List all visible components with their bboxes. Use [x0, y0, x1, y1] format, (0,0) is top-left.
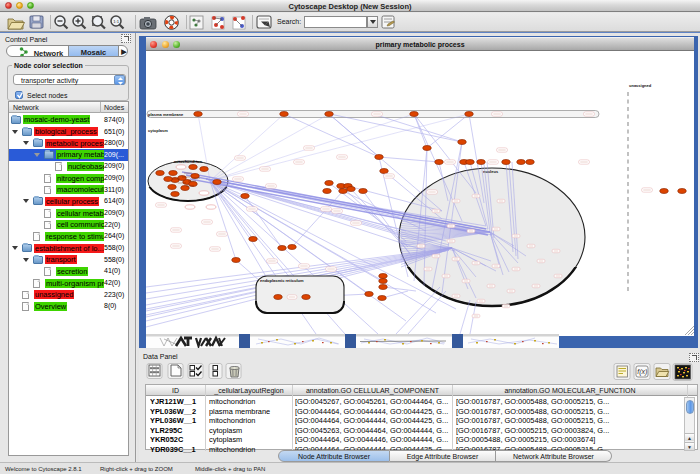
- svg-text:endoplasmic reticulum: endoplasmic reticulum: [260, 278, 304, 283]
- svg-text:f(x): f(x): [637, 368, 647, 376]
- svg-text:1:1: 1:1: [113, 19, 119, 24]
- svg-text:mitochondrion: mitochondrion: [174, 159, 203, 164]
- svg-text:plasma membrane: plasma membrane: [148, 112, 184, 117]
- svg-text:unassigned: unassigned: [629, 83, 652, 88]
- svg-text:cytoplasm: cytoplasm: [148, 128, 168, 133]
